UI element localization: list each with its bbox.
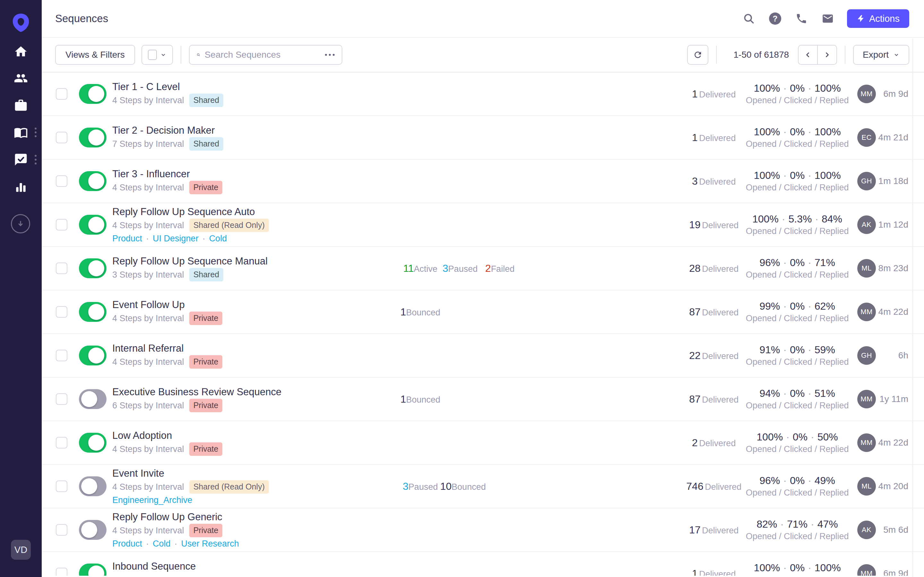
ocr-label: Opened / Clicked / Replied [746,314,849,323]
user-avatar[interactable]: VD [11,540,31,560]
replied-value: 50% [817,431,838,443]
sidebar-item-home[interactable] [14,45,28,59]
ocr-values: 100%·0%·100% [754,126,841,137]
clicked-value: 5.3% [788,213,812,225]
sequence-row[interactable]: Tier 3 - Influencer 4 Steps by Interval … [42,160,924,203]
sequence-toggle[interactable] [79,476,107,496]
prev-page-button[interactable] [798,45,818,65]
sequence-tag[interactable]: Product [112,538,142,549]
delivered-stat: 1 Delivered [683,87,744,100]
sequence-name[interactable]: Event Follow Up [112,298,222,311]
sequence-row[interactable]: Event Invite 4 Steps by Interval Shared … [42,465,924,508]
sequence-toggle[interactable] [79,346,107,366]
sequence-row[interactable]: Event Follow Up 4 Steps by Interval Priv… [42,290,924,334]
mail-icon[interactable] [821,12,834,25]
row-checkbox[interactable] [56,480,67,492]
row-checkbox[interactable] [56,175,67,187]
sidebar-item-prospects[interactable] [14,71,28,85]
sequence-row[interactable]: Tier 2 - Decision Maker 7 Steps by Inter… [42,116,924,160]
sidebar-item-sequences[interactable] [14,125,28,139]
row-checkbox[interactable] [56,524,67,536]
sequence-row[interactable]: Low Adoption 4 Steps by Interval Private… [42,421,924,465]
sequence-name[interactable]: Reply Follow Up Sequence Auto [112,205,269,218]
visibility-badge: Shared (Read Only) [189,480,269,493]
sidebar-item-downloads[interactable] [11,214,30,234]
help-icon[interactable] [769,12,782,25]
sequence-name[interactable]: Internal Referral [112,342,222,355]
sequence-toggle[interactable] [79,84,107,104]
opened-value: 100% [754,126,780,137]
ocr-values: 82%·71%·47% [756,518,838,530]
sequence-name[interactable]: Tier 2 - Decision Maker [112,124,223,137]
sidebar-item-accounts[interactable] [14,98,28,113]
row-checkbox[interactable] [56,393,67,405]
sequence-name[interactable]: Executive Business Review Sequence [112,386,281,398]
phone-icon[interactable] [795,12,808,25]
sequence-row[interactable]: Tier 1 - C Level 4 Steps by Interval Sha… [42,73,924,116]
sidebar-item-reports[interactable] [14,179,28,193]
sequence-row[interactable]: Reply Follow Up Generic 4 Steps by Inter… [42,508,924,552]
sequence-toggle[interactable] [79,564,107,576]
sequence-toggle[interactable] [79,302,107,322]
sequence-name[interactable]: Tier 1 - C Level [112,81,223,93]
sequence-tag[interactable]: Engineering_Archive [112,495,192,506]
sequence-toggle[interactable] [79,433,107,453]
delivered-stat: 22 Delivered [683,349,744,362]
sequence-row[interactable]: Inbound Sequence 1 Delivered 100%·0%·100… [42,552,924,576]
sequence-toggle[interactable] [79,258,107,278]
sequence-row[interactable]: Executive Business Review Sequence 6 Ste… [42,378,924,421]
toggle-knob [81,522,97,538]
search-input[interactable] [205,50,320,60]
row-checkbox[interactable] [56,306,67,318]
sequence-row[interactable]: Internal Referral 4 Steps by Interval Pr… [42,334,924,378]
select-all-dropdown[interactable] [142,45,173,65]
sidebar-item-tasks[interactable] [14,153,28,167]
sequence-toggle[interactable] [79,215,107,235]
ocr-label: Opened / Clicked / Replied [746,226,849,236]
row-checkbox[interactable] [56,219,67,230]
scrollbar-track[interactable] [913,39,913,577]
export-button[interactable]: Export [853,45,909,65]
sequence-tag[interactable]: Cold [209,233,227,244]
actions-button[interactable]: Actions [847,9,909,28]
sequence-name[interactable]: Reply Follow Up Generic [112,511,239,524]
toggle-knob [88,129,104,145]
ocr-values: 91%·0%·59% [759,344,835,356]
delivered-value: 1 [692,568,698,576]
sequence-tag[interactable]: UI Designer [153,233,199,244]
sequence-tag[interactable]: User Research [181,538,239,549]
search-options-icon[interactable] [325,54,334,56]
next-page-button[interactable] [817,45,837,65]
sequence-name[interactable]: Inbound Sequence [112,560,196,573]
refresh-button[interactable] [687,45,708,65]
tasks-menu-kebab-icon[interactable] [35,155,37,164]
sequence-name[interactable]: Tier 3 - Influencer [112,168,222,181]
sequence-row[interactable]: Reply Follow Up Sequence Manual 3 Steps … [42,247,924,290]
views-filters-button[interactable]: Views & Filters [55,45,135,65]
sequence-name[interactable]: Reply Follow Up Sequence Manual [112,255,268,268]
sequence-tags: Product·UI Designer·Cold [112,233,269,244]
sequence-toggle[interactable] [79,389,107,409]
row-checkbox[interactable] [56,88,67,100]
row-checkbox[interactable] [56,263,67,274]
sequence-name[interactable]: Event Invite [112,467,269,480]
sequence-row[interactable]: Reply Follow Up Sequence Auto 4 Steps by… [42,203,924,247]
state-stat-value: 1 [401,306,406,318]
row-checkbox[interactable] [56,350,67,361]
sequence-toggle[interactable] [79,127,107,147]
sequence-tag[interactable]: Cold [153,538,171,549]
sequence-toggle[interactable] [79,520,107,540]
row-checkbox[interactable] [56,132,67,143]
sequence-age: 4m 22d [854,307,908,317]
row-checkbox[interactable] [56,568,67,576]
global-search-icon[interactable] [742,12,755,25]
sequence-toggle[interactable] [79,171,107,191]
sequence-name[interactable]: Low Adoption [112,429,222,442]
row-checkbox[interactable] [56,437,67,448]
delivered-value: 28 [689,263,701,274]
sequences-menu-kebab-icon[interactable] [35,127,37,137]
toggle-knob [81,391,97,407]
sequence-tag[interactable]: Product [112,233,142,244]
visibility-badge: Private [189,399,223,412]
ocr-stat: 100%·0%·100% Opened / Clicked / Replied [738,82,857,106]
